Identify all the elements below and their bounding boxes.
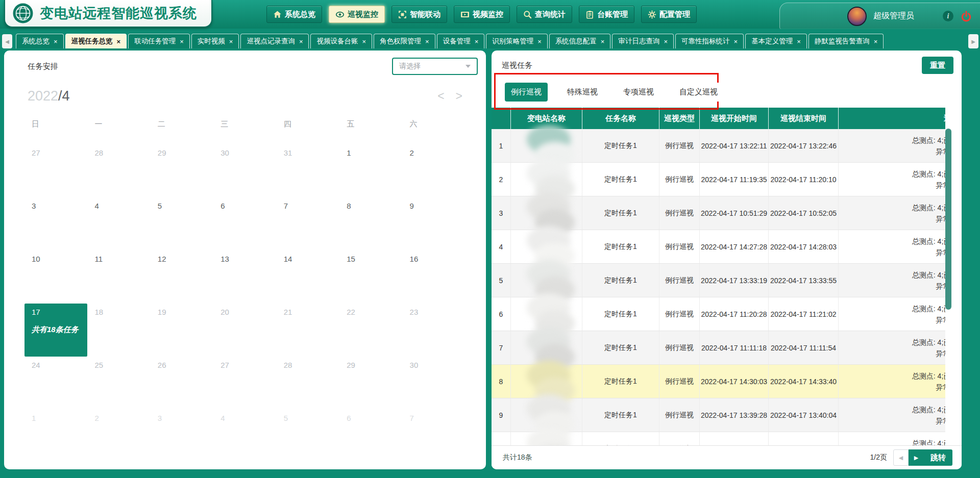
calendar-prev-icon[interactable]: < bbox=[437, 90, 444, 102]
reset-button[interactable]: 重置 bbox=[922, 57, 953, 74]
tab-inspection-record-query[interactable]: 巡视点记录查询× bbox=[240, 34, 309, 48]
calendar-day[interactable]: 30 bbox=[403, 357, 465, 410]
calendar-day[interactable]: 6 bbox=[339, 410, 402, 463]
nav-button-inspection-monitor[interactable]: 巡视监控 bbox=[329, 6, 385, 23]
calendar-day[interactable]: 26 bbox=[151, 357, 213, 410]
calendar-day[interactable]: 2 bbox=[403, 144, 465, 197]
calendar-day[interactable]: 13 bbox=[213, 250, 276, 304]
calendar-day[interactable]: 2 bbox=[87, 410, 150, 463]
calendar-day[interactable]: 9 bbox=[403, 197, 465, 250]
prev-page-icon[interactable]: ◀ bbox=[893, 449, 909, 466]
nav-button-config-management[interactable]: 配置管理 bbox=[641, 6, 697, 23]
calendar-day[interactable]: 4 bbox=[213, 410, 276, 463]
nav-button-ledger-management[interactable]: 台账管理 bbox=[579, 6, 634, 23]
calendar-day[interactable]: 8 bbox=[339, 197, 402, 250]
info-icon[interactable]: i bbox=[943, 11, 953, 21]
calendar-day[interactable]: 31 bbox=[277, 144, 339, 197]
substation-select[interactable]: 请选择 bbox=[392, 58, 478, 75]
tab-silent-alarm-query[interactable]: 静默监视告警查询× bbox=[808, 34, 884, 48]
logout-power-icon[interactable] bbox=[961, 11, 972, 22]
tab-close-icon[interactable]: × bbox=[537, 38, 542, 45]
calendar-day[interactable]: 20 bbox=[213, 304, 276, 357]
calendar-day[interactable]: 7 bbox=[277, 197, 339, 250]
calendar-day[interactable]: 16 bbox=[403, 250, 465, 304]
tab-close-icon[interactable]: × bbox=[180, 38, 184, 45]
tab-close-icon[interactable]: × bbox=[734, 38, 738, 45]
tab-recognition-strategy[interactable]: 识别策略管理× bbox=[486, 34, 548, 48]
table-row[interactable]: 3 定时任务1例行巡视2022-04-17 10:51:292022-04-17… bbox=[492, 196, 945, 230]
type-tab-custom[interactable]: 自定义巡视 bbox=[673, 83, 724, 102]
calendar-day[interactable]: 29 bbox=[151, 144, 213, 197]
calendar-day[interactable]: 15 bbox=[339, 250, 402, 304]
calendar-day[interactable]: 1 bbox=[24, 410, 87, 463]
table-row[interactable]: 1 定时任务1例行巡视2022-04-17 13:22:112022-04-17… bbox=[492, 129, 945, 163]
tabs-scroll-left-icon[interactable]: ◀ bbox=[2, 34, 12, 48]
table-row[interactable]: 2 定时任务1例行巡视2022-04-17 11:19:352022-04-17… bbox=[492, 163, 945, 196]
nav-button-system-overview[interactable]: 系统总览 bbox=[266, 6, 322, 23]
calendar-day[interactable]: 7 bbox=[403, 410, 465, 463]
table-row[interactable]: 7 定时任务1例行巡视2022-04-17 11:11:182022-04-17… bbox=[492, 331, 945, 365]
calendar-day[interactable]: 28 bbox=[87, 144, 150, 197]
calendar-day[interactable]: 27 bbox=[213, 357, 276, 410]
calendar-day[interactable]: 12 bbox=[151, 250, 213, 304]
tab-close-icon[interactable]: × bbox=[797, 38, 801, 45]
nav-button-query-statistics[interactable]: 查询统计 bbox=[517, 6, 572, 23]
type-tab-special[interactable]: 特殊巡视 bbox=[561, 83, 604, 102]
type-tab-routine[interactable]: 例行巡视 bbox=[505, 83, 548, 102]
table-row[interactable]: 6 定时任务1例行巡视2022-04-17 11:20:282022-04-17… bbox=[492, 297, 945, 331]
tab-close-icon[interactable]: × bbox=[425, 38, 429, 45]
tab-close-icon[interactable]: × bbox=[229, 38, 233, 45]
tab-reliability-stats[interactable]: 可靠性指标统计× bbox=[675, 34, 744, 48]
table-row[interactable]: 9 定时任务1例行巡视2022-04-17 13:39:282022-04-17… bbox=[492, 398, 945, 432]
tabs-scroll-right-icon[interactable]: ▶ bbox=[968, 34, 978, 48]
calendar-day[interactable]: 19 bbox=[151, 304, 213, 357]
calendar-day[interactable]: 3 bbox=[151, 410, 213, 463]
tab-close-icon[interactable]: × bbox=[117, 38, 121, 45]
calendar-day[interactable]: 1 bbox=[339, 144, 402, 197]
tab-close-icon[interactable]: × bbox=[664, 38, 668, 45]
table-row[interactable]: 5 定时任务1例行巡视2022-04-17 13:33:192022-04-17… bbox=[492, 264, 945, 297]
tab-realtime-video[interactable]: 实时视频× bbox=[191, 34, 239, 48]
calendar-day[interactable]: 14 bbox=[277, 250, 339, 304]
tab-basic-definition-mgmt[interactable]: 基本定义管理× bbox=[745, 34, 807, 48]
calendar-day[interactable]: 5 bbox=[151, 197, 213, 250]
calendar-day[interactable]: 27 bbox=[24, 144, 87, 197]
calendar-day[interactable]: 4 bbox=[87, 197, 150, 250]
tab-system-info-config[interactable]: 系统信息配置× bbox=[549, 34, 611, 48]
tab-close-icon[interactable]: × bbox=[299, 38, 303, 45]
calendar-day[interactable]: 22 bbox=[339, 304, 402, 357]
tab-role-permission-mgmt[interactable]: 角色权限管理× bbox=[374, 34, 435, 48]
tab-video-device-ledger[interactable]: 视频设备台账× bbox=[310, 34, 372, 48]
calendar-day[interactable]: 6 bbox=[213, 197, 276, 250]
table-scrollbar[interactable] bbox=[945, 129, 951, 310]
table-row[interactable]: 4 定时任务1例行巡视2022-04-17 14:27:282022-04-17… bbox=[492, 230, 945, 264]
calendar-day[interactable]: 29 bbox=[339, 357, 402, 410]
table-row[interactable]: 8 定时任务1例行巡视2022-04-17 14:30:032022-04-17… bbox=[492, 365, 945, 398]
tab-close-icon[interactable]: × bbox=[874, 38, 878, 45]
type-tab-dedicated[interactable]: 专项巡视 bbox=[617, 83, 660, 102]
calendar-day[interactable]: 18 bbox=[87, 304, 150, 357]
tab-close-icon[interactable]: × bbox=[54, 38, 58, 45]
calendar-next-icon[interactable]: > bbox=[456, 90, 462, 102]
jump-button[interactable]: 跳转 bbox=[924, 449, 952, 466]
tab-close-icon[interactable]: × bbox=[475, 38, 479, 45]
calendar-day[interactable]: 28 bbox=[277, 357, 339, 410]
tab-close-icon[interactable]: × bbox=[362, 38, 366, 45]
calendar-day[interactable]: 30 bbox=[213, 144, 276, 197]
tab-close-icon[interactable]: × bbox=[601, 38, 605, 45]
tab-device-mgmt[interactable]: 设备管理× bbox=[437, 34, 485, 48]
calendar-day[interactable]: 5 bbox=[277, 410, 339, 463]
calendar-day[interactable]: 24 bbox=[24, 357, 87, 410]
calendar-day[interactable]: 25 bbox=[87, 357, 150, 410]
tab-inspection-task-overview[interactable]: 巡视任务总览× bbox=[65, 34, 127, 48]
calendar-day[interactable]: 10 bbox=[24, 250, 87, 304]
calendar-day-selected[interactable]: 17共有18条任务 bbox=[24, 304, 87, 357]
tab-audit-log-query[interactable]: 审计日志查询× bbox=[612, 34, 674, 48]
nav-button-video-monitor[interactable]: 视频监控 bbox=[454, 6, 510, 23]
tab-system-overview[interactable]: 系统总览× bbox=[16, 34, 64, 48]
calendar-day[interactable]: 11 bbox=[87, 250, 150, 304]
tab-linkage-task-mgmt[interactable]: 联动任务管理× bbox=[128, 34, 190, 48]
calendar-day[interactable]: 21 bbox=[277, 304, 339, 357]
next-page-icon[interactable]: ▶ bbox=[909, 449, 924, 466]
nav-button-smart-linkage[interactable]: 智能联动 bbox=[391, 6, 447, 23]
